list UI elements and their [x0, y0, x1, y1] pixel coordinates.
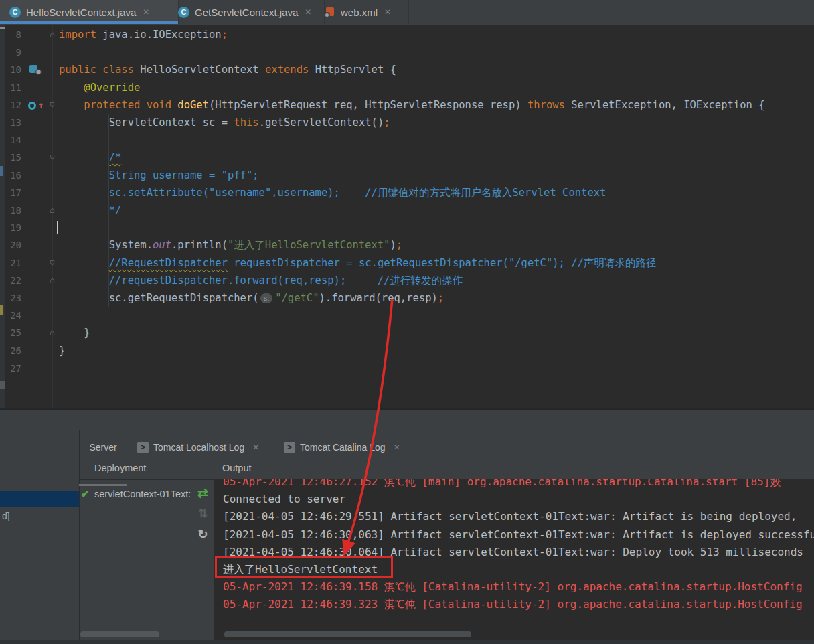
code-line[interactable]: 9 [0, 44, 814, 61]
deployment-hscrollbar[interactable] [80, 631, 159, 637]
swap-icon[interactable]: ⇅ [194, 507, 212, 521]
deployment-artifact-row[interactable]: ✔ servletContext-01Text:war [79, 487, 191, 504]
fold-marker-icon[interactable]: ⌂ [46, 149, 59, 166]
code-segment: ; [384, 116, 390, 129]
code-line[interactable]: 20 System.out.println("进入了HelloServletCo… [0, 236, 814, 254]
code-line[interactable]: 22⌂ //requestDispatcher.forward(req,resp… [0, 272, 814, 289]
tab-server[interactable]: Server [79, 437, 127, 457]
close-icon[interactable]: ✕ [394, 437, 400, 457]
code-segment [59, 187, 109, 199]
code-line[interactable]: 21⌂ //RequestDispatcher requestDispatche… [0, 254, 814, 272]
close-icon[interactable]: ✕ [384, 7, 391, 17]
close-icon[interactable]: ✕ [252, 437, 259, 457]
deployment-column-header: Deployment [94, 463, 146, 473]
line-number[interactable]: 8 [0, 26, 21, 44]
code-segment: sc.setAttribute("username",username); //… [109, 187, 606, 199]
tab-label: HelloServletContext.java [26, 7, 136, 18]
console-line[interactable]: 05-Apr-2021 12:46:39.158 淇℃伅 [Catalina-u… [214, 578, 814, 596]
line-number[interactable]: 17 [0, 184, 21, 202]
fold-marker-icon[interactable]: ⌂ [46, 202, 59, 219]
left-panel-divider [0, 455, 79, 455]
line-number[interactable]: 27 [0, 359, 21, 377]
fold-marker-icon[interactable]: ⌂ [46, 96, 59, 114]
line-number[interactable]: 12 [0, 96, 21, 114]
console-output[interactable]: 05-Apr-2021 12:46:27.152 淇℃伅 [main] org.… [214, 479, 814, 631]
code-line[interactable]: 18⌂ */ [0, 202, 814, 219]
console-line[interactable]: [2021-04-05 12:46:29,551] Artifact servl… [214, 508, 814, 526]
console-line[interactable]: 05-Apr-2021 12:46:39.323 淇℃伅 [Catalina-u… [214, 596, 814, 613]
code-segment: .getServletContext() [259, 116, 384, 129]
code-line[interactable]: 10public class HelloServletContext exten… [0, 61, 814, 78]
class-icon: C [9, 7, 21, 18]
output-hscrollbar[interactable] [224, 631, 471, 637]
line-number[interactable]: 14 [0, 131, 21, 149]
line-number[interactable]: 15 [0, 149, 21, 166]
artifact-name: servletContext-01Text:war [94, 489, 191, 499]
fold-marker-icon[interactable]: ⌂ [46, 324, 59, 341]
code-line[interactable]: 11 @Override [0, 79, 814, 96]
code-line[interactable]: 16 String username = "pff"; [0, 167, 814, 184]
code-text: ServletContext sc = this.getServletConte… [59, 114, 390, 131]
refresh-icon[interactable]: ↻ [194, 527, 212, 542]
code-line[interactable]: 19 [0, 219, 814, 236]
code-segment: import [59, 29, 102, 41]
line-number[interactable]: 21 [0, 254, 21, 272]
fold-marker-icon[interactable]: ⌂ [46, 26, 59, 44]
code-segment: */ [109, 204, 122, 216]
line-number[interactable]: 24 [0, 307, 21, 324]
code-editor[interactable]: 8⌂import java.io.IOException;910public c… [0, 25, 814, 408]
tab-tomcat-localhost-log[interactable]: > Tomcat Localhost Log ✕ [137, 437, 259, 457]
code-line[interactable]: 14 [0, 131, 814, 149]
code-text: public class HelloServletContext extends… [59, 61, 396, 78]
code-segment: extends [265, 64, 315, 76]
line-number[interactable]: 20 [0, 236, 21, 254]
console-line[interactable]: [2021-04-05 12:46:30,063] Artifact servl… [214, 526, 814, 544]
tab-getservletcontext-java[interactable]: C GetServletContext.java ✕ [169, 0, 325, 24]
code-segment [59, 169, 109, 181]
code-line[interactable]: 17 sc.setAttribute("username",username);… [0, 184, 814, 202]
code-line[interactable]: 23 sc.getRequestDispatcher(s:"/getC").fo… [0, 289, 814, 307]
line-number[interactable]: 25 [0, 324, 21, 341]
line-number[interactable]: 19 [0, 219, 21, 236]
close-icon[interactable]: ✕ [305, 7, 311, 17]
code-line[interactable]: 26} [0, 342, 814, 359]
code-line[interactable]: 12⌂↑ protected void doGet(HttpServletReq… [0, 96, 814, 114]
code-line[interactable]: 8⌂import java.io.IOException; [0, 26, 814, 44]
console-line[interactable]: 05-Apr-2021 12:46:27.152 淇℃伅 [main] org.… [214, 479, 814, 491]
line-number[interactable]: 11 [0, 79, 21, 96]
line-number[interactable]: 26 [0, 342, 21, 359]
code-line[interactable]: 13 ServletContext sc = this.getServletCo… [0, 114, 814, 131]
tab-tomcat-catalina-log[interactable]: > Tomcat Catalina Log ✕ [284, 437, 400, 457]
code-segment: out [153, 239, 171, 251]
tab-helloservletcontext-java[interactable]: C HelloServletContext.java ✕ [0, 0, 179, 24]
code-segment: } [59, 345, 65, 357]
deployed-check-icon: ✔ [81, 488, 90, 500]
tab-web-xml[interactable]: web.xml ✕ [315, 0, 409, 24]
run-config-selected-row[interactable] [0, 491, 79, 507]
code-segment: } [59, 327, 90, 339]
fold-marker-icon[interactable]: ⌂ [46, 254, 59, 272]
line-number[interactable]: 10 [0, 61, 21, 78]
code-line[interactable]: 25⌂ } [0, 324, 814, 341]
console-line[interactable]: Connected to server [214, 491, 814, 508]
override-method-icon[interactable] [28, 102, 36, 110]
ide-window: C HelloServletContext.java ✕ C GetServle… [0, 0, 814, 644]
line-number[interactable]: 13 [0, 114, 21, 131]
line-number[interactable]: 9 [0, 44, 21, 61]
code-text: sc.setAttribute("username",username); //… [59, 184, 606, 202]
code-segment: .println( [171, 239, 228, 251]
code-text: sc.getRequestDispatcher(s:"/getC").forwa… [59, 289, 444, 307]
deploy-icon[interactable]: ⇄ [194, 485, 212, 501]
vertical-divider[interactable] [79, 430, 80, 644]
code-text: } [59, 342, 65, 359]
line-number[interactable]: 16 [0, 167, 21, 184]
code-text: /* [59, 149, 121, 166]
close-icon[interactable]: ✕ [143, 7, 149, 17]
fold-marker-icon[interactable]: ⌂ [46, 272, 59, 289]
code-line[interactable]: 15⌂ /* [0, 149, 814, 166]
code-line[interactable]: 24 [0, 307, 814, 324]
line-number[interactable]: 22 [0, 272, 21, 289]
line-number[interactable]: 23 [0, 289, 21, 307]
code-line[interactable]: 27 [0, 359, 814, 377]
line-number[interactable]: 18 [0, 202, 21, 219]
